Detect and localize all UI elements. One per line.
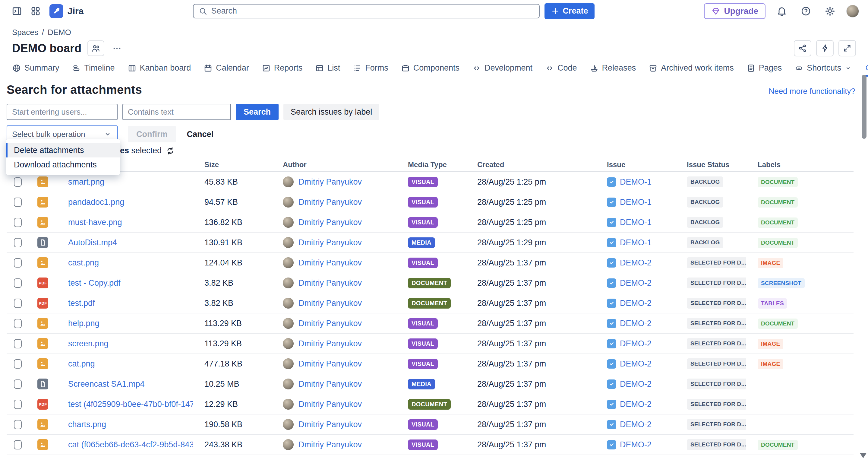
tab-development[interactable]: Development <box>472 60 532 76</box>
tab-timeline[interactable]: Timeline <box>72 60 115 76</box>
tab-find-attachments[interactable]: Find attachments <box>864 60 868 76</box>
issue-link[interactable]: DEMO-2 <box>620 299 652 308</box>
breadcrumb-spaces[interactable]: Spaces <box>12 28 38 37</box>
author-link[interactable]: Dmitriy Panyukov <box>299 218 362 227</box>
board-more-button[interactable] <box>110 42 124 55</box>
attachment-name-link[interactable]: AutoDist.mp4 <box>57 238 193 247</box>
attachment-name-link[interactable]: test (4f025909-b0ee-47b0-bf0f-147c8afdea… <box>57 400 193 409</box>
attachment-name-link[interactable]: test.pdf <box>57 299 193 308</box>
tab-reports[interactable]: Reports <box>262 60 303 76</box>
author-link[interactable]: Dmitriy Panyukov <box>299 177 362 187</box>
confirm-button[interactable]: Confirm <box>128 126 176 142</box>
attachment-name-link[interactable]: smart.png <box>57 177 193 187</box>
global-search-input[interactable] <box>211 6 534 16</box>
attachment-name-link[interactable]: must-have.png <box>57 218 193 227</box>
automation-button[interactable] <box>816 40 834 56</box>
row-checkbox[interactable] <box>14 420 22 429</box>
author-link[interactable]: Dmitriy Panyukov <box>299 420 362 429</box>
issue-link[interactable]: DEMO-2 <box>620 278 652 288</box>
help-button[interactable] <box>798 3 814 19</box>
author-link[interactable]: Dmitriy Panyukov <box>299 400 362 409</box>
attachment-name-link[interactable]: cat.png <box>57 359 193 369</box>
attachment-name-link[interactable]: cat (f065eb66-de63-4cf2-9b5d-843f1b9e06.… <box>57 440 193 450</box>
row-checkbox[interactable] <box>14 238 22 247</box>
row-checkbox[interactable] <box>14 299 22 308</box>
author-link[interactable]: Dmitriy Panyukov <box>299 238 362 247</box>
issue-link[interactable]: DEMO-2 <box>620 359 652 369</box>
fullscreen-button[interactable] <box>838 40 856 56</box>
search-button[interactable]: Search <box>236 104 279 120</box>
author-link[interactable]: Dmitriy Panyukov <box>299 440 362 450</box>
tab-calendar[interactable]: Calendar <box>204 60 249 76</box>
tab-releases[interactable]: Releases <box>590 60 636 76</box>
author-link[interactable]: Dmitriy Panyukov <box>299 379 362 389</box>
upgrade-button[interactable]: Upgrade <box>704 3 766 19</box>
issue-link[interactable]: DEMO-1 <box>620 197 652 207</box>
attachment-name-link[interactable]: Screencast SA1.mp4 <box>57 379 193 389</box>
author-link[interactable]: Dmitriy Panyukov <box>299 359 362 369</box>
settings-button[interactable] <box>822 3 838 19</box>
global-search[interactable] <box>193 4 540 19</box>
issue-link[interactable]: DEMO-2 <box>620 258 652 268</box>
row-checkbox[interactable] <box>14 339 22 348</box>
row-checkbox[interactable] <box>14 258 22 268</box>
row-checkbox[interactable] <box>14 359 22 369</box>
attachment-name-link[interactable]: charts.png <box>57 420 193 429</box>
row-checkbox[interactable] <box>14 197 22 207</box>
attachment-name-link[interactable]: screen.png <box>57 339 193 348</box>
scrollbar-thumb[interactable] <box>862 75 867 139</box>
tab-code[interactable]: Code <box>545 60 577 76</box>
author-link[interactable]: Dmitriy Panyukov <box>299 339 362 348</box>
user-avatar[interactable] <box>846 5 859 18</box>
attachment-name-link[interactable]: pandadoc1.png <box>57 197 193 207</box>
row-checkbox[interactable] <box>14 278 22 288</box>
attachment-name-link[interactable]: test - Copy.pdf <box>57 278 193 288</box>
issue-link[interactable]: DEMO-2 <box>620 379 652 389</box>
breadcrumb-demo[interactable]: DEMO <box>48 28 71 37</box>
need-more-functionality-link[interactable]: Need more functionality? <box>769 87 855 96</box>
option-delete-attachments[interactable]: Delete attachments <box>6 143 120 157</box>
share-button[interactable] <box>794 40 811 56</box>
row-checkbox[interactable] <box>14 400 22 409</box>
row-checkbox[interactable] <box>14 319 22 328</box>
author-link[interactable]: Dmitriy Panyukov <box>299 278 362 288</box>
app-switcher-button[interactable] <box>28 3 43 19</box>
tab-summary[interactable]: Summary <box>12 60 59 76</box>
issue-link[interactable]: DEMO-2 <box>620 319 652 328</box>
refresh-button[interactable] <box>166 146 175 155</box>
attachment-name-link[interactable]: help.png <box>57 319 193 328</box>
author-link[interactable]: Dmitriy Panyukov <box>299 197 362 207</box>
create-button[interactable]: Create <box>545 3 594 19</box>
tab-archived-work-items[interactable]: Archived work items <box>649 60 734 76</box>
author-link[interactable]: Dmitriy Panyukov <box>299 299 362 308</box>
attachment-name-link[interactable]: cast.png <box>57 258 193 268</box>
cancel-button[interactable]: Cancel <box>187 130 214 139</box>
users-filter-input[interactable] <box>7 104 118 120</box>
row-checkbox[interactable] <box>14 440 22 450</box>
issue-link[interactable]: DEMO-2 <box>620 400 652 409</box>
tab-pages[interactable]: Pages <box>746 60 782 76</box>
tab-forms[interactable]: Forms <box>353 60 388 76</box>
tab-kanban-board[interactable]: Kanban board <box>127 60 191 76</box>
issue-link[interactable]: DEMO-2 <box>620 420 652 429</box>
author-link[interactable]: Dmitriy Panyukov <box>299 319 362 328</box>
issue-link[interactable]: DEMO-1 <box>620 177 652 187</box>
issue-link[interactable]: DEMO-2 <box>620 339 652 348</box>
contains-text-input[interactable] <box>122 104 231 120</box>
issue-link[interactable]: DEMO-1 <box>620 218 652 227</box>
notifications-button[interactable] <box>774 3 789 19</box>
board-members-button[interactable] <box>87 40 104 56</box>
tab-components[interactable]: Components <box>401 60 460 76</box>
sidebar-toggle-button[interactable] <box>9 3 25 19</box>
issue-link[interactable]: DEMO-2 <box>620 440 652 450</box>
tab-list[interactable]: List <box>315 60 340 76</box>
row-checkbox[interactable] <box>14 379 22 389</box>
jira-home-link[interactable]: Jira <box>50 4 84 18</box>
issue-link[interactable]: DEMO-1 <box>620 238 652 247</box>
row-checkbox[interactable] <box>14 218 22 227</box>
author-link[interactable]: Dmitriy Panyukov <box>299 258 362 268</box>
option-download-attachments[interactable]: Download attachments <box>6 157 120 172</box>
row-checkbox[interactable] <box>14 177 22 187</box>
tab-shortcuts[interactable]: Shortcuts <box>795 60 852 76</box>
scroll-down-icon[interactable] <box>860 453 867 458</box>
